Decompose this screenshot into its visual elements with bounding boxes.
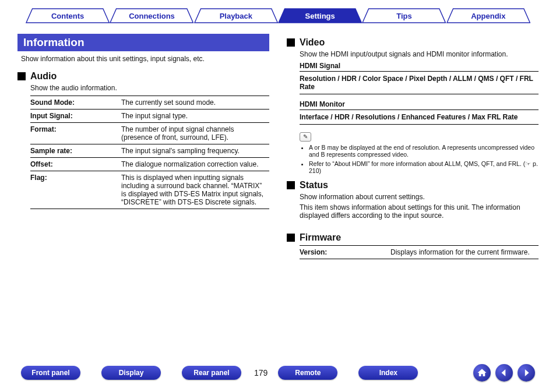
def-value: The currently set sound mode. [121,96,269,110]
pencil-note-icon: ✎ [300,132,311,142]
tab-connections[interactable]: Connections [110,8,193,23]
square-bullet-icon [287,234,295,242]
tab-label: Settings [305,12,335,20]
section-status: Status [287,180,539,190]
status-line1: Show information about current settings. [300,193,539,201]
tab-contents[interactable]: Contents [26,8,110,23]
page-number: 179 [254,368,268,377]
pill-display[interactable]: Display [101,366,161,380]
pill-rear-panel[interactable]: Rear panel [182,366,241,380]
tab-settings[interactable]: Settings [278,8,362,23]
def-value: Displays information for the current fir… [390,245,539,259]
def-value: The input signal type. [121,110,269,123]
square-bullet-icon [17,72,26,80]
bottom-nav: Front panel Display Rear panel 179 Remot… [0,364,556,382]
tab-label: Connections [129,12,175,20]
pill-label: Rear panel [193,369,229,377]
def-key: Input Signal: [30,110,121,123]
table-row: Sound Mode:The currently set sound mode. [30,96,269,110]
nav-icons [473,364,535,382]
firmware-table: Version:Displays information for the cur… [300,245,539,259]
pill-index[interactable]: Index [358,366,418,380]
def-value: The input signal's sampling frequency. [121,144,269,158]
tab-label: Tips [396,12,412,20]
intro-text: Show information about this unit setting… [21,55,266,63]
def-key: Offset: [30,158,121,171]
left-column: Information Show information about this … [17,34,269,259]
page-title: Information [17,34,269,51]
pill-label: Front panel [31,369,69,377]
def-value: The number of input signal channels (pre… [121,123,269,144]
tab-label: Appendix [471,12,505,20]
section-audio: Audio [17,71,269,82]
prev-page-icon[interactable] [495,364,513,382]
section-title: Video [300,37,325,48]
home-icon[interactable] [473,364,491,382]
note-item: A or B may be displayed at the end of re… [309,144,539,158]
pill-label: Display [119,369,144,377]
audio-desc: Show the audio information. [30,84,269,92]
video-desc: Show the HDMI input/output signals and H… [300,50,539,58]
tab-playback[interactable]: Playback [194,8,278,23]
table-row: Format:The number of input signal channe… [30,123,269,144]
note-item: Refer to “About HDMI” for more informati… [309,160,539,174]
table-row: Version:Displays information for the cur… [300,245,539,259]
audio-table: Sound Mode:The currently set sound mode.… [30,96,269,209]
section-title: Firmware [300,232,341,243]
section-firmware: Firmware [287,232,539,243]
section-title: Status [300,180,328,190]
def-key: Sample rate: [30,144,121,158]
hdmi-signal-label: HDMI Signal [300,62,539,70]
def-key: Version: [300,245,390,259]
def-key: Sound Mode: [30,96,121,110]
section-title: Audio [30,71,57,82]
video-notes: A or B may be displayed at the end of re… [300,144,539,174]
table-row: Sample rate:The input signal's sampling … [30,144,269,158]
hdmi-signal-items: Resolution / HDR / Color Space / Pixel D… [300,71,539,94]
pill-label: Index [379,369,397,377]
tab-tips[interactable]: Tips [362,8,446,23]
pill-label: Remote [295,369,321,377]
manual-page: Contents Connections Playback Settings T… [0,0,556,392]
next-page-icon[interactable] [518,364,535,382]
hdmi-monitor-items: Interface / HDR / Resolutions / Enhanced… [300,110,539,125]
def-value: The dialogue normalization correction va… [121,158,269,171]
def-value: This is displayed when inputting signals… [121,171,269,209]
status-line2: This item shows information about settin… [300,203,539,220]
square-bullet-icon [287,38,295,47]
tab-appendix[interactable]: Appendix [446,8,530,23]
tab-label: Playback [220,12,252,20]
square-bullet-icon [287,181,295,189]
pill-front-panel[interactable]: Front panel [21,366,80,380]
hdmi-monitor-label: HDMI Monitor [300,100,539,108]
pill-remote[interactable]: Remote [278,366,337,380]
top-tabs: Contents Connections Playback Settings T… [26,8,530,23]
table-row: Offset:The dialogue normalization correc… [30,158,269,171]
table-row: Flag:This is displayed when inputting si… [30,171,269,209]
section-video: Video [287,37,539,48]
def-key: Format: [30,123,121,144]
table-row: Input Signal:The input signal type. [30,110,269,123]
right-column: Video Show the HDMI input/output signals… [287,34,539,259]
def-key: Flag: [30,171,121,209]
tab-label: Contents [51,12,84,20]
